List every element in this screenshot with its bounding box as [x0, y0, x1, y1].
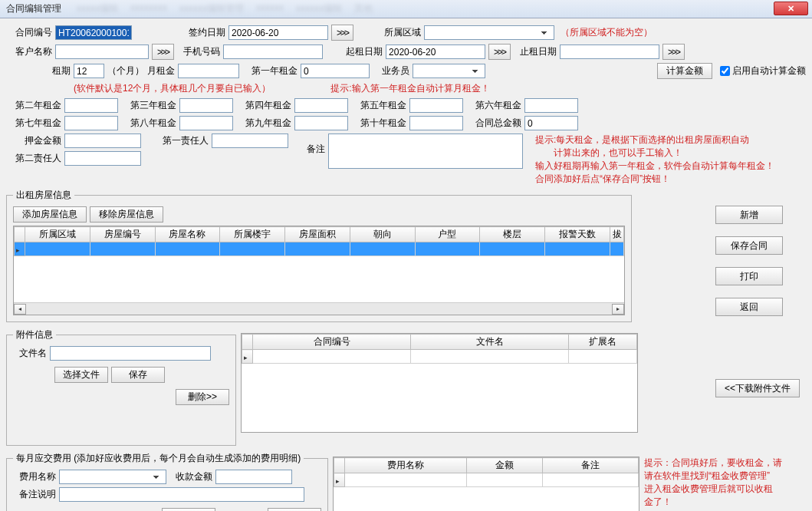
start-date-input[interactable] — [386, 45, 485, 59]
attach-col-filename[interactable]: 文件名 — [411, 335, 569, 350]
attach-delete-button[interactable]: 删除>> — [176, 389, 229, 405]
month-rent-input[interactable] — [178, 64, 239, 78]
scroll-left-icon[interactable]: ◂ — [14, 304, 26, 315]
region-select[interactable] — [424, 25, 554, 40]
remark-label: 备注 — [294, 134, 325, 156]
house-grid-selected-row[interactable] — [15, 242, 624, 256]
year10-label: 第十年租金 — [351, 117, 406, 130]
house-col-orientation[interactable]: 朝向 — [350, 227, 415, 242]
start-date-picker-button[interactable]: >>> — [488, 44, 511, 60]
fee-hint-4: 金了！ — [644, 496, 782, 509]
auto-calc-checkbox[interactable] — [720, 66, 730, 76]
salesman-label: 业务员 — [382, 64, 409, 77]
scroll-right-icon[interactable]: ▸ — [612, 304, 624, 315]
fee-remark-input[interactable] — [59, 487, 304, 502]
close-icon: ✕ — [787, 4, 794, 14]
fee-col-name[interactable]: 费用名称 — [345, 458, 467, 473]
title-bar: 合同编辑管理 xxxxx编辑 xxxxxxxx xxxxxx编辑管理 xxxxx… — [0, 0, 812, 18]
year5-input[interactable] — [409, 98, 463, 113]
calc-amount-button[interactable]: 计算金额 — [657, 63, 712, 79]
download-attach-button[interactable]: <<下载附件文件 — [715, 379, 800, 397]
house-col-name[interactable]: 房屋名称 — [155, 227, 220, 242]
attach-legend: 附件信息 — [13, 328, 56, 341]
choose-file-button[interactable]: 选择文件 — [54, 367, 108, 383]
resp1-label: 第一责任人 — [163, 134, 209, 147]
house-col-building[interactable]: 所属楼宇 — [220, 227, 285, 242]
year3-input[interactable] — [179, 98, 233, 113]
fee-fieldset: 每月应交费用 (添加好应收费用后，每个月会自动生成添加的费用明细) 费用名称 收… — [6, 452, 328, 511]
phone-input[interactable] — [223, 45, 323, 59]
resp2-input[interactable] — [64, 151, 141, 166]
attach-grid[interactable]: 合同编号 文件名 扩展名 — [241, 333, 638, 433]
year7-input[interactable] — [64, 116, 118, 130]
year2-input[interactable] — [64, 98, 118, 113]
year1-rent-label: 第一年租金 — [251, 64, 298, 77]
house-fieldset: 出租房屋信息 添加房屋信息 移除房屋信息 所属区域 房屋编号 房屋名称 所属楼宇… — [6, 189, 632, 322]
lease-label: 租期 — [6, 64, 71, 77]
year8-input[interactable] — [179, 116, 233, 130]
sign-date-input[interactable] — [228, 25, 328, 40]
customer-label: 客户名称 — [6, 45, 52, 58]
fee-name-select[interactable] — [59, 470, 166, 484]
remove-house-button[interactable]: 移除房屋信息 — [90, 206, 163, 223]
phone-label: 手机号码 — [177, 45, 220, 58]
house-col-area[interactable]: 房屋面积 — [285, 227, 350, 242]
fee-col-amount[interactable]: 金额 — [466, 458, 542, 473]
house-col-type[interactable]: 户型 — [415, 227, 480, 242]
fee-hint-3: 进入租金收费管理后就可以收租 — [644, 483, 782, 496]
house-grid-scrollbar[interactable]: ◂ ▸ — [14, 302, 624, 315]
fee-delete-button[interactable]: 删除>> — [268, 508, 321, 511]
resp1-input[interactable] — [212, 134, 288, 148]
fee-amount-label: 收款金额 — [169, 470, 212, 483]
house-col-region[interactable]: 所属区域 — [25, 227, 90, 242]
contract-no-input[interactable] — [55, 25, 132, 40]
lease-input[interactable] — [74, 64, 104, 78]
attach-filename-input[interactable] — [50, 346, 211, 361]
end-date-input[interactable] — [560, 45, 659, 59]
house-col-no[interactable]: 房屋编号 — [90, 227, 155, 242]
year1-rent-input[interactable] — [301, 64, 370, 78]
auto-calc-checkbox-label[interactable]: 启用自动计算金额 — [720, 64, 806, 77]
salesman-select[interactable] — [413, 64, 485, 78]
customer-input[interactable] — [55, 45, 149, 59]
fee-amount-input[interactable] — [215, 470, 292, 484]
house-col-floor[interactable]: 楼层 — [480, 227, 545, 242]
new-button[interactable]: 新增 — [715, 206, 783, 224]
year6-input[interactable] — [524, 98, 578, 113]
year7-label: 第七年租金 — [6, 117, 61, 130]
year1-hint: 提示:输入第一年租金自动计算月租金！ — [330, 82, 489, 95]
end-date-picker-button[interactable]: >>> — [662, 44, 685, 60]
total-input[interactable] — [524, 116, 578, 130]
customer-picker-button[interactable]: >>> — [152, 44, 174, 60]
house-grid[interactable]: 所属区域 房屋编号 房屋名称 所属楼宇 房屋面积 朝向 户型 楼层 报警天数 拔 — [13, 226, 625, 315]
attach-grid-row[interactable] — [242, 350, 637, 364]
fee-save-button[interactable]: 保存 — [162, 508, 215, 511]
fee-grid-rowhead — [334, 458, 345, 473]
attach-col-ext[interactable]: 扩展名 — [569, 335, 637, 350]
attach-save-button[interactable]: 保存 — [111, 367, 165, 383]
attach-col-contractno[interactable]: 合同编号 — [253, 335, 411, 350]
year6-label: 第六年租金 — [466, 99, 521, 112]
year4-input[interactable] — [294, 98, 348, 113]
deposit-input[interactable] — [64, 134, 141, 148]
lease-hint: (软件默认是12个月，具体租几个月要自已输入） — [74, 82, 271, 95]
print-button[interactable]: 打印 — [715, 267, 783, 285]
fee-remark-label: 备注说明 — [13, 488, 56, 501]
year9-input[interactable] — [294, 116, 348, 130]
back-button[interactable]: 返回 — [715, 298, 783, 316]
lease-unit-label: （个月） — [107, 64, 144, 77]
remark-textarea[interactable] — [328, 134, 523, 169]
fee-grid-row[interactable] — [334, 473, 639, 487]
sign-date-picker-button[interactable]: >>> — [331, 25, 353, 41]
close-button[interactable]: ✕ — [774, 2, 808, 15]
add-house-button[interactable]: 添加房屋信息 — [13, 206, 87, 223]
rent-hint-1: 提示:每天租金，是根据下面选择的出租房屋面积自动 — [535, 134, 774, 147]
house-col-extra[interactable]: 拔 — [610, 227, 624, 242]
save-contract-button[interactable]: 保存合同 — [715, 236, 783, 255]
house-col-alarm[interactable]: 报警天数 — [545, 227, 610, 242]
rent-hint-2: 计算出来的，也可以手工输入！ — [535, 147, 774, 160]
row-indicator-icon — [15, 242, 25, 256]
fee-grid[interactable]: 费用名称 金额 备注 — [333, 457, 639, 511]
fee-col-remark[interactable]: 备注 — [543, 458, 639, 473]
year10-input[interactable] — [409, 116, 463, 130]
